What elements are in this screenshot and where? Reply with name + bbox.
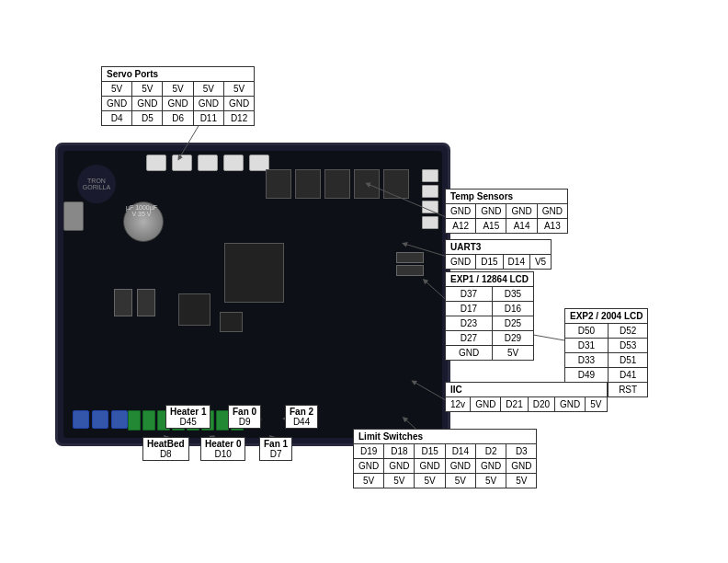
- table-cell: GND: [537, 204, 567, 219]
- table-cell: GND: [506, 459, 537, 474]
- exp1-title: EXP1 / 12864 LCD: [446, 272, 534, 287]
- temp-sensors-table: Temp Sensors GND GND GND GND A12 A15 A14…: [445, 189, 568, 234]
- table-cell: 5V: [102, 82, 132, 97]
- table-cell: A13: [537, 219, 567, 234]
- board-logo: TRONGORILLA: [77, 165, 116, 203]
- table-cell: A14: [506, 219, 537, 234]
- mosfet-1: [114, 289, 132, 316]
- table-cell: 12v: [446, 397, 471, 412]
- table-cell: GND: [223, 97, 254, 111]
- table-cell: 5V: [193, 82, 223, 97]
- table-cell: D18: [384, 444, 415, 459]
- table-cell: GND: [163, 97, 193, 111]
- table-cell: D33: [565, 353, 609, 368]
- table-cell: GND: [132, 97, 163, 111]
- table-cell: GND: [193, 97, 223, 111]
- table-cell: D19: [354, 444, 384, 459]
- iic-table: IIC 12v GND D21 D20 GND 5V: [445, 382, 608, 412]
- table-cell: D50: [565, 324, 609, 339]
- table-cell: D29: [492, 331, 533, 346]
- table-cell: D52: [608, 324, 648, 339]
- fan1-label: Fan 1 D7: [259, 437, 292, 461]
- table-cell: GND: [102, 97, 132, 111]
- table-cell: D5: [132, 111, 163, 126]
- iic-title: IIC: [446, 383, 608, 397]
- table-cell: 5V: [586, 397, 607, 412]
- mosfet-2: [137, 289, 155, 316]
- table-cell: GND: [446, 346, 493, 361]
- table-cell: D15: [415, 444, 445, 459]
- servo-ports-title: Servo Ports: [102, 67, 255, 82]
- heater1-label: Heater 1 D45: [165, 405, 210, 429]
- table-cell: 5V: [415, 474, 445, 488]
- table-cell: GND: [506, 204, 537, 219]
- table-cell: D51: [608, 353, 648, 368]
- table-cell: D20: [528, 397, 554, 412]
- table-cell: GND: [555, 397, 586, 412]
- table-cell: A15: [476, 219, 506, 234]
- table-cell: D31: [565, 339, 609, 353]
- table-cell: D25: [492, 316, 533, 331]
- table-cell: GND: [384, 459, 415, 474]
- uart3-table: UART3 GND D15 D14 V5: [445, 239, 552, 270]
- table-cell: D2: [475, 444, 506, 459]
- table-cell: GND: [446, 255, 476, 270]
- limit-switches-title: Limit Switches: [354, 430, 537, 444]
- table-cell: D3: [506, 444, 537, 459]
- table-cell: D35: [492, 287, 533, 302]
- table-cell: D53: [608, 339, 648, 353]
- table-cell: RST: [608, 383, 648, 397]
- table-cell: GND: [415, 459, 445, 474]
- table-cell: D41: [608, 368, 648, 383]
- table-cell: D16: [492, 302, 533, 316]
- table-cell: D6: [163, 111, 193, 126]
- usb-port: [63, 201, 84, 231]
- table-cell: D15: [476, 255, 503, 270]
- table-cell: 5V: [354, 474, 384, 488]
- table-cell: D23: [446, 316, 493, 331]
- table-cell: 5V: [445, 474, 475, 488]
- table-cell: D4: [102, 111, 132, 126]
- table-cell: 5V: [223, 82, 254, 97]
- heatbed-label: HeatBed D8: [142, 437, 189, 461]
- table-cell: GND: [446, 204, 476, 219]
- table-cell: 5V: [132, 82, 163, 97]
- table-cell: 5V: [475, 474, 506, 488]
- table-cell: D14: [503, 255, 529, 270]
- ic-small-1: [178, 293, 210, 326]
- uart3-title: UART3: [446, 240, 552, 255]
- table-cell: D21: [501, 397, 528, 412]
- heater0-label: Heater 0 D10: [200, 437, 245, 461]
- limit-switches-table: Limit Switches D19 D18 D15 D14 D2 D3 GND…: [353, 429, 537, 488]
- table-cell: GND: [475, 459, 506, 474]
- pcb-inner: TRONGORILLA µF 1000µF V 35 V: [63, 151, 442, 438]
- table-cell: A12: [446, 219, 476, 234]
- table-cell: GND: [471, 397, 501, 412]
- table-cell: D27: [446, 331, 493, 346]
- fan2-label: Fan 2 D44: [285, 405, 318, 429]
- servo-ports-table: Servo Ports 5V 5V 5V 5V 5V GND GND GND G…: [101, 66, 255, 126]
- exp2-title: EXP2 / 2004 LCD: [565, 309, 648, 324]
- pcb-board: TRONGORILLA µF 1000µF V 35 V: [55, 143, 450, 446]
- table-cell: GND: [476, 204, 506, 219]
- main-ic: [224, 243, 284, 303]
- table-cell: D14: [445, 444, 475, 459]
- ic-small-2: [220, 312, 243, 332]
- table-cell: 5V: [492, 346, 533, 361]
- fan0-label: Fan 0 D9: [228, 405, 261, 429]
- table-cell: D12: [223, 111, 254, 126]
- table-cell: GND: [445, 459, 475, 474]
- table-cell: D11: [193, 111, 223, 126]
- table-cell: 5V: [384, 474, 415, 488]
- table-cell: V5: [529, 255, 551, 270]
- table-cell: 5V: [163, 82, 193, 97]
- table-cell: 5V: [506, 474, 537, 488]
- temp-sensors-title: Temp Sensors: [446, 190, 568, 204]
- table-cell: D37: [446, 287, 493, 302]
- exp1-table: EXP1 / 12864 LCD D37 D35 D17 D16 D23 D25…: [445, 271, 534, 361]
- table-cell: GND: [354, 459, 384, 474]
- table-cell: D49: [565, 368, 609, 383]
- table-cell: D17: [446, 302, 493, 316]
